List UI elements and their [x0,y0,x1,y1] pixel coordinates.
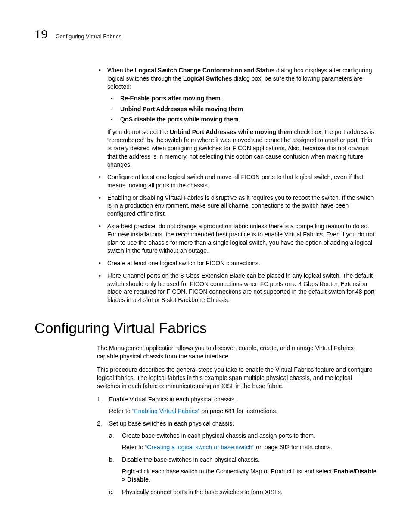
reference-line: Refer to “Enabling Virtual Fabrics” on p… [109,407,377,415]
substep-letter: a. [109,432,114,440]
section-heading: Configuring Virtual Fabrics [34,320,377,336]
paragraph: If you do not select the Unbind Port Add… [107,128,377,168]
bullet-list-top: When the Logical Switch Change Conformat… [97,66,377,304]
text: Create at least one logical switch for F… [107,260,260,267]
bold-text: Logical Switch Change Conformation and S… [135,67,274,74]
text: . [221,95,222,102]
text: Configure at least one logical switch an… [107,174,364,189]
text: Fibre Channel ports on the 8 Gbps Extens… [107,272,374,304]
step-item: 2. Set up base switches in each physical… [97,420,377,496]
bullet-item: Create at least one logical switch for F… [97,259,377,268]
bullet-item: Fibre Channel ports on the 8 Gbps Extens… [97,272,377,305]
substep-letter: c. [109,488,114,496]
dash-item: Re-Enable ports after moving them. [107,94,377,103]
substep-item: a. Create base switches in each physical… [109,432,377,451]
bold-text: Unbind Port Addresses while moving them [120,106,243,112]
bullet-item: Enabling or disabling Virtual Fabrics is… [97,194,377,218]
text: If you do not select the [107,128,170,135]
text: . [239,116,240,123]
paragraph: This procedure describes the general ste… [97,366,377,390]
text: on page 682 for instructions. [254,444,332,451]
substep-text: Create base switches in each physical ch… [122,432,315,439]
step-text: Set up base switches in each physical ch… [109,420,234,427]
chapter-number: 19 [34,27,48,41]
text: Right-click each base switch in the Conn… [122,468,333,475]
running-title: Configuring Virtual Fabrics [56,33,121,40]
substep-text: Physically connect ports in the base swi… [122,488,283,495]
step-item: 1. Enable Virtual Fabrics in each physic… [97,395,377,415]
reference-line: Refer to “Creating a logical switch or b… [122,443,377,451]
bold-text: Unbind Port Addresses while moving them [170,128,293,135]
text: Enabling or disabling Virtual Fabrics is… [107,194,374,218]
bullet-item: When the Logical Switch Change Conformat… [97,66,377,169]
step-number: 2. [97,420,102,428]
detail-line: Right-click each base switch in the Conn… [122,467,377,484]
text: Refer to [109,408,132,414]
running-header: 19 Configuring Virtual Fabrics [34,27,377,41]
text: . [149,476,150,483]
step-number: 1. [97,395,102,404]
text: on page 681 for instructions. [200,408,278,414]
bold-text: Logical Switches [183,75,232,82]
lettered-list: a. Create base switches in each physical… [109,432,377,496]
cross-reference-link[interactable]: “Enabling Virtual Fabrics” [132,408,200,414]
cross-reference-link[interactable]: “Creating a logical switch or base switc… [145,444,255,451]
substep-item: c. Physically connect ports in the base … [109,488,377,496]
substep-item: b. Disable the base switches in each phy… [109,456,377,484]
dash-list: Re-Enable ports after moving them. Unbin… [107,94,377,124]
step-text: Enable Virtual Fabrics in each physical … [109,396,236,403]
dash-item: QoS disable the ports while moving them. [107,115,377,124]
substep-text: Disable the base switches in each physic… [122,456,260,463]
text: Refer to [122,444,145,451]
bold-text: QoS disable the ports while moving them [120,116,239,123]
text: When the [107,67,135,74]
body-content: When the Logical Switch Change Conformat… [97,66,377,304]
dash-item: Unbind Port Addresses while moving them [107,105,377,113]
paragraph: The Management application allows you to… [97,344,377,361]
numbered-list: 1. Enable Virtual Fabrics in each physic… [97,395,377,496]
bullet-item: As a best practice, do not change a prod… [97,222,377,255]
bullet-item: Configure at least one logical switch an… [97,173,377,190]
section-body: The Management application allows you to… [97,344,377,496]
text: As a best practice, do not change a prod… [107,223,374,254]
page-container: 19 Configuring Virtual Fabrics When the … [0,0,411,532]
substep-letter: b. [109,456,114,464]
bold-text: Re-Enable ports after moving them [120,95,221,102]
